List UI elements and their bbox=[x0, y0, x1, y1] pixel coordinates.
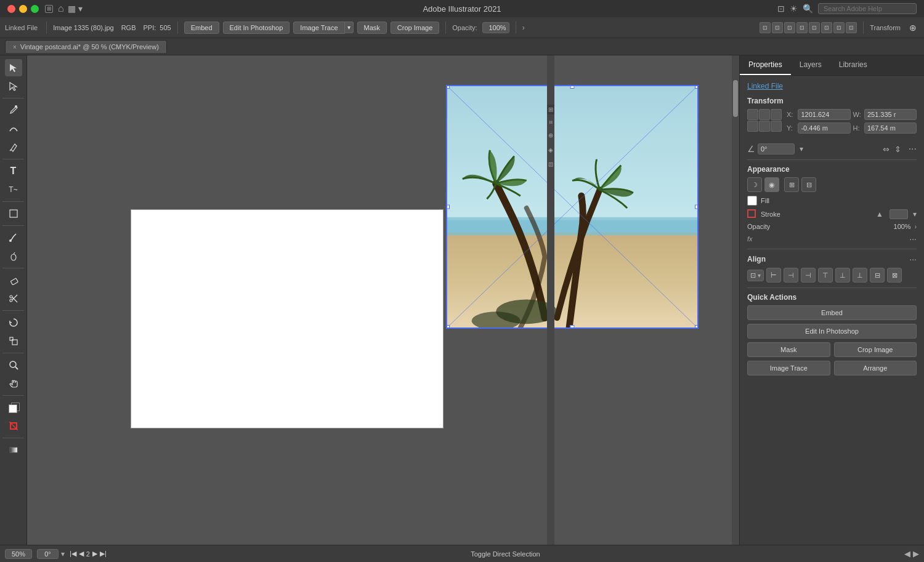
scissors-tool[interactable] bbox=[5, 290, 22, 307]
qa-crop-button[interactable]: Crop Image bbox=[834, 342, 917, 357]
align-to-dropdown[interactable]: ⊡ ▾ bbox=[747, 270, 764, 281]
h-input[interactable] bbox=[864, 122, 917, 134]
tab-libraries[interactable]: Libraries bbox=[830, 55, 876, 75]
handle-tl[interactable] bbox=[446, 85, 450, 89]
ref-tl[interactable] bbox=[747, 109, 758, 120]
pencil-tool[interactable] bbox=[5, 138, 22, 156]
tab-properties[interactable]: Properties bbox=[740, 55, 791, 75]
layout-icon[interactable]: ▦ ▾ bbox=[68, 4, 83, 14]
qa-edit-photoshop-button[interactable]: Edit In Photoshop bbox=[747, 324, 917, 339]
align-bottom-icon[interactable]: ⊡ bbox=[821, 22, 832, 33]
appearance-more[interactable]: ··· bbox=[909, 234, 917, 244]
preview-mode-icon[interactable]: ◉ bbox=[764, 177, 779, 192]
handle-ml[interactable] bbox=[446, 205, 450, 209]
ref-mm[interactable] bbox=[759, 121, 770, 132]
pen-tool[interactable] bbox=[5, 102, 22, 119]
gradient-tool[interactable] bbox=[5, 441, 22, 459]
fill-color[interactable] bbox=[5, 399, 22, 416]
fullscreen-button[interactable] bbox=[45, 5, 53, 13]
stroke-color-box[interactable] bbox=[890, 209, 908, 219]
transform-ref-grid[interactable] bbox=[747, 109, 782, 132]
image-trace-button[interactable]: Image Trace bbox=[293, 22, 344, 34]
align-top-icon[interactable]: ⊡ bbox=[796, 22, 808, 33]
paintbrush-tool[interactable] bbox=[5, 229, 22, 246]
next-page-icon[interactable]: ▶ bbox=[92, 550, 97, 558]
crop-image-button[interactable]: Crop Image bbox=[391, 22, 439, 34]
transform-side-icon[interactable]: ⊕ bbox=[548, 130, 554, 140]
rotate-tool[interactable] bbox=[5, 314, 22, 331]
distribute-h-icon[interactable]: ⊡ bbox=[833, 22, 845, 33]
mask-button[interactable]: Mask bbox=[357, 22, 387, 34]
opacity-arrow[interactable]: › bbox=[915, 223, 917, 230]
align-center-v-btn[interactable]: ⊥ bbox=[835, 268, 850, 283]
prev-status-icon[interactable]: ◀ bbox=[904, 549, 910, 558]
ref-tm[interactable] bbox=[759, 109, 770, 120]
align-bottom-btn[interactable]: ⊥ bbox=[853, 268, 867, 283]
transform-more-icon[interactable]: ⊕ bbox=[907, 22, 919, 34]
align-center-v-icon[interactable]: ⊡ bbox=[809, 22, 820, 33]
angle-status-input[interactable] bbox=[37, 549, 59, 559]
stroke-up-arrow[interactable]: ▲ bbox=[876, 210, 883, 219]
last-page-icon[interactable]: ▶| bbox=[100, 550, 107, 558]
flip-h-icon[interactable]: ⇔ bbox=[883, 145, 890, 154]
transform-more-button[interactable]: ··· bbox=[909, 143, 917, 155]
align-center-h-icon[interactable]: ⊡ bbox=[772, 22, 783, 33]
ref-ml[interactable] bbox=[747, 121, 758, 132]
align-right-icon[interactable]: ⊡ bbox=[784, 22, 795, 33]
vertical-scroll-thumb[interactable] bbox=[733, 80, 738, 117]
normal-mode-icon[interactable]: ☽ bbox=[747, 177, 762, 192]
distribute-h-btn[interactable]: ⊟ bbox=[870, 268, 885, 283]
angle-dropdown[interactable]: ▾ bbox=[800, 145, 803, 153]
first-page-icon[interactable]: |◀ bbox=[70, 550, 76, 558]
layer-icon[interactable]: ⊞ bbox=[784, 177, 799, 192]
stroke-dropdown[interactable]: ▾ bbox=[913, 210, 917, 219]
brightness-icon[interactable]: ☀ bbox=[790, 4, 798, 14]
hand-tool[interactable] bbox=[5, 375, 22, 392]
y-input[interactable] bbox=[798, 122, 850, 134]
close-button[interactable] bbox=[7, 5, 15, 13]
embed-button[interactable]: Embed bbox=[184, 22, 219, 34]
search-input[interactable] bbox=[818, 3, 917, 14]
minimize-button[interactable] bbox=[19, 5, 27, 13]
ref-mr[interactable] bbox=[771, 121, 782, 132]
align-center-h-btn[interactable]: ⊣ bbox=[784, 268, 798, 283]
blob-brush-tool[interactable] bbox=[5, 247, 22, 265]
w-input[interactable] bbox=[864, 109, 917, 120]
embed-icon-small[interactable]: ⊟ bbox=[801, 177, 816, 192]
opacity-input[interactable] bbox=[482, 22, 509, 33]
qa-arrange-button[interactable]: Arrange bbox=[834, 361, 917, 375]
scale-tool[interactable] bbox=[5, 332, 22, 350]
handle-tm[interactable] bbox=[570, 85, 575, 89]
vertical-scrollbar[interactable] bbox=[732, 55, 739, 562]
layout-view-icon[interactable]: ⊡ bbox=[777, 4, 785, 14]
flip-v-icon[interactable]: ⇕ bbox=[894, 145, 901, 154]
close-tab-icon[interactable]: × bbox=[13, 44, 17, 50]
home-icon[interactable]: ⌂ bbox=[58, 3, 64, 14]
handle-tr[interactable] bbox=[695, 85, 699, 89]
fill-swatch[interactable] bbox=[747, 196, 757, 206]
handle-mr[interactable] bbox=[695, 205, 699, 209]
distribute-v-icon[interactable]: ⊡ bbox=[846, 22, 857, 33]
align-left-btn[interactable]: ⊢ bbox=[766, 268, 781, 283]
eraser-tool[interactable] bbox=[5, 271, 22, 289]
appearance-side-icon[interactable]: ◈ bbox=[548, 144, 554, 156]
linked-image[interactable] bbox=[446, 85, 699, 329]
zoom-tool[interactable] bbox=[5, 356, 22, 374]
angle-status-dropdown[interactable]: ▾ bbox=[61, 550, 65, 558]
handle-bm[interactable] bbox=[570, 325, 575, 329]
qa-embed-button[interactable]: Embed bbox=[747, 305, 917, 320]
prev-page-icon[interactable]: ◀ bbox=[79, 550, 84, 558]
arrow-right-icon[interactable]: › bbox=[522, 23, 525, 32]
document-tab[interactable]: × Vintage postcard.ai* @ 50 % (CMYK/Prev… bbox=[5, 40, 167, 53]
distribute-v-btn[interactable]: ⊠ bbox=[887, 268, 902, 283]
next-status-icon[interactable]: ▶ bbox=[913, 549, 919, 558]
direct-select-tool[interactable] bbox=[5, 78, 22, 95]
edit-in-photoshop-button[interactable]: Edit In Photoshop bbox=[223, 22, 290, 34]
angle-input[interactable] bbox=[758, 143, 795, 155]
rectangle-tool[interactable] bbox=[5, 205, 22, 222]
type-tool[interactable]: T bbox=[5, 163, 22, 180]
qa-image-trace-button[interactable]: Image Trace bbox=[747, 361, 830, 375]
path-type-tool[interactable]: T~ bbox=[5, 181, 22, 198]
ref-tr[interactable] bbox=[771, 109, 782, 120]
layers-side-icon[interactable]: ≡ bbox=[548, 118, 554, 127]
